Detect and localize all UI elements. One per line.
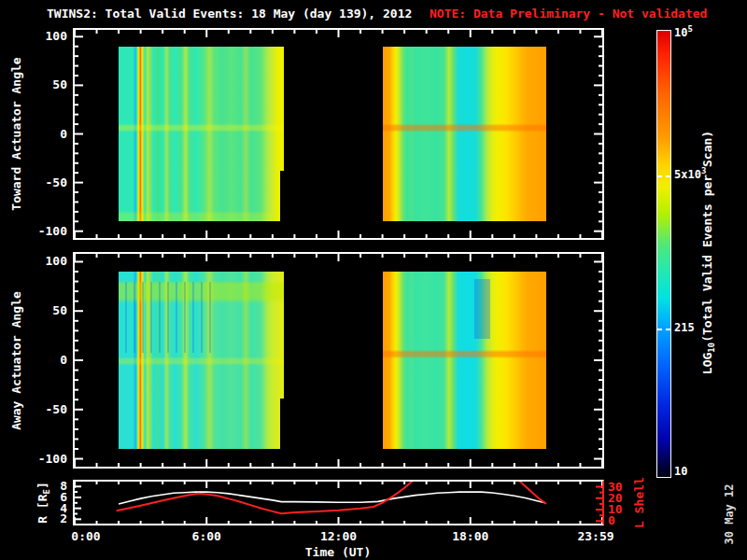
x-axis-tick-label: 6:00 <box>169 529 244 543</box>
page-title: TWINS2: Total Valid Events: 18 May (day … <box>47 7 412 21</box>
x-axis-tick-label: 12:00 <box>302 529 376 543</box>
colorbar-title: LOG10(Total Valid Events per Scan) <box>700 104 714 402</box>
colorbar-tick-label-10: 10 <box>674 465 687 478</box>
colorbar-tick-label-215: 215 <box>674 321 695 334</box>
l-shell-axis-tick-label: 30 <box>608 480 641 494</box>
y-axis-tick-label: -100 <box>26 224 67 238</box>
l-shell-line <box>117 482 415 513</box>
colorbar-tick-label-1e5: 105 <box>674 26 693 39</box>
colorbar-dashed-tick <box>656 175 671 177</box>
x-axis-tick-label: 23:59 <box>558 529 633 543</box>
l-shell-line <box>517 482 546 504</box>
twins2-plot-page: { "title": { "text": "TWINS2: Total Vali… <box>0 0 747 560</box>
date-stamp: 30 May 12 <box>723 468 736 560</box>
away-y-axis-label: Away Actuator Angle <box>9 259 23 464</box>
axis-ticks-layer <box>75 30 602 238</box>
y-axis-tick-label: 0 <box>26 353 67 367</box>
colorbar <box>656 30 671 478</box>
away-actuator-spectrogram-panel <box>73 252 604 469</box>
y-axis-tick-label: -100 <box>26 452 67 466</box>
y-axis-tick-label: 0 <box>26 127 67 141</box>
preliminary-note: NOTE: Data Preliminary - Not validated <box>430 7 707 21</box>
x-axis-tick-label: 18:00 <box>433 529 508 543</box>
y-axis-tick-label: -50 <box>26 402 67 416</box>
toward-actuator-spectrogram-panel <box>73 28 604 240</box>
colorbar-gradient <box>657 31 670 477</box>
x-axis-tick-label: 0:00 <box>49 529 123 543</box>
y-axis-tick-label: 50 <box>26 77 67 91</box>
axis-ticks-layer <box>75 482 602 524</box>
r-axis-tick-label: 8 <box>26 479 67 493</box>
orbit-parameters-panel <box>73 480 604 525</box>
colorbar-dashed-tick <box>656 329 671 330</box>
y-axis-tick-label: -50 <box>26 175 67 189</box>
y-axis-tick-label: 100 <box>26 29 67 43</box>
r-line <box>119 492 545 504</box>
x-axis-label: Time (UT) <box>282 545 394 559</box>
toward-y-axis-label: Toward Actuator Angle <box>9 32 23 237</box>
y-axis-tick-label: 50 <box>26 303 67 317</box>
y-axis-tick-label: 100 <box>26 254 67 268</box>
axis-ticks-layer <box>75 254 602 467</box>
